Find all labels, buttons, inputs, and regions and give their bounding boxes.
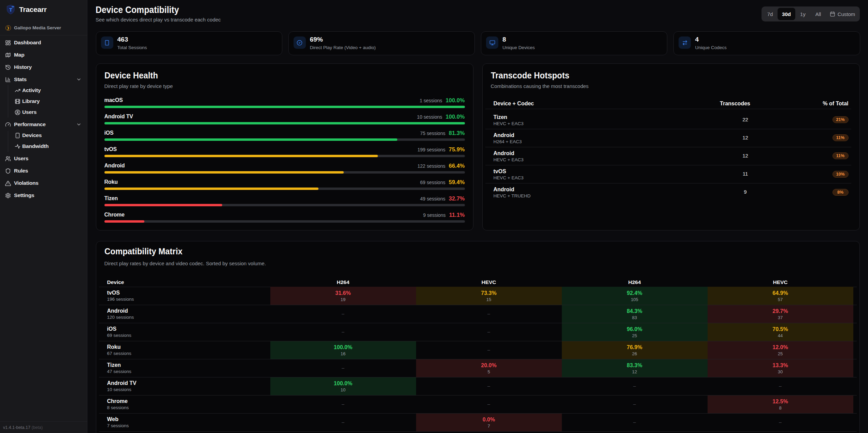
svg-text:T: T	[9, 7, 12, 13]
